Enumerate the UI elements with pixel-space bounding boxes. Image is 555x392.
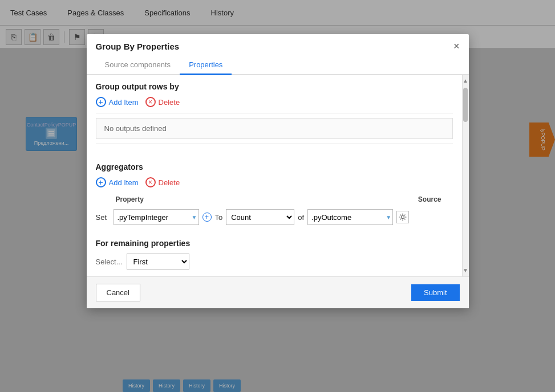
source-input-wrapper: ▼ — [307, 209, 393, 225]
aggregators-table-headers: Property Source — [96, 193, 453, 206]
modal-body-container: Group output rows by + Add Item × Delete… — [87, 75, 469, 276]
x-icon: × — [145, 97, 156, 107]
scrollbar-thumb[interactable] — [463, 88, 468, 122]
agg-add-item-button[interactable]: + Add Item — [96, 177, 139, 187]
modal-title: Group By Properties — [96, 42, 180, 51]
modal-header: Group By Properties × — [87, 34, 469, 51]
group-add-item-label: Add Item — [109, 98, 139, 107]
modal-tabs: Source components Properties — [87, 56, 469, 75]
tab-source-components[interactable]: Source components — [96, 56, 180, 75]
svg-point-4 — [402, 216, 404, 219]
scroll-up-arrow[interactable]: ▲ — [463, 76, 469, 85]
remaining-title: For remaining properties — [96, 239, 453, 248]
property-input[interactable] — [114, 209, 199, 225]
scroll-down-arrow[interactable]: ▼ — [463, 266, 469, 275]
aggregator-row-1: Set ▼ + To Count Sum Avg Min Max — [96, 209, 453, 225]
of-label: of — [298, 213, 304, 222]
group-action-row: + Add Item × Delete — [96, 97, 453, 107]
submit-button[interactable]: Submit — [411, 284, 459, 301]
col-source-header: Source — [418, 195, 441, 203]
cancel-button[interactable]: Cancel — [96, 284, 140, 301]
to-label: To — [215, 213, 223, 222]
agg-delete-label: Delete — [159, 178, 180, 187]
remaining-row: Select... First Last Min Max — [96, 254, 453, 270]
select-label: Select... — [96, 258, 123, 266]
col-property-header: Property — [116, 195, 230, 203]
plus-icon: + — [96, 97, 106, 107]
aggregators-title: Aggregators — [96, 162, 453, 172]
function-select[interactable]: Count Sum Avg Min Max First Last — [226, 209, 294, 225]
section-divider-2 — [96, 144, 453, 144]
agg-plus-icon: + — [96, 177, 106, 187]
group-delete-button[interactable]: × Delete — [145, 97, 180, 107]
no-outputs-message: No outputs defined — [96, 118, 453, 139]
remaining-section: For remaining properties Select... First… — [87, 232, 462, 276]
modal-content: Group output rows by + Add Item × Delete… — [87, 75, 462, 276]
group-output-section: Group output rows by + Add Item × Delete… — [87, 75, 462, 156]
gear-button[interactable] — [396, 211, 409, 223]
modal-scrollbar: ▲ ▼ — [462, 75, 469, 276]
group-by-properties-modal: Group By Properties × Source components … — [87, 34, 469, 308]
modal-overlay: Group By Properties × Source components … — [0, 0, 555, 392]
agg-x-icon: × — [145, 177, 156, 187]
source-input[interactable] — [307, 209, 393, 225]
agg-add-item-label: Add Item — [109, 178, 139, 187]
set-label: Set — [96, 213, 110, 222]
aggregators-action-row: + Add Item × Delete — [96, 177, 453, 187]
group-delete-label: Delete — [159, 98, 180, 107]
property-input-wrapper: ▼ — [114, 209, 199, 225]
tab-properties[interactable]: Properties — [180, 56, 232, 75]
aggregators-section: Aggregators + Add Item × Delete Pr — [87, 156, 462, 232]
agg-delete-button[interactable]: × Delete — [145, 177, 180, 187]
agg-circle-plus[interactable]: + — [202, 213, 212, 222]
group-add-item-button[interactable]: + Add Item — [96, 97, 139, 107]
close-button[interactable]: × — [453, 41, 460, 51]
modal-footer: Cancel Submit — [87, 276, 469, 308]
remaining-select[interactable]: First Last Min Max — [127, 254, 189, 270]
group-output-title: Group output rows by — [96, 82, 453, 91]
section-divider-1 — [96, 113, 453, 113]
